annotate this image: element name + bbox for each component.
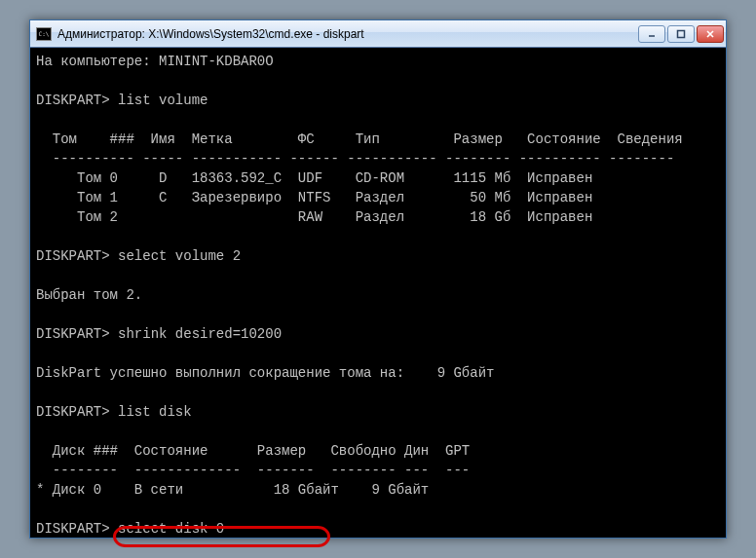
output-line: DiskPart успешно выполнил сокращение том…: [36, 365, 494, 381]
command: shrink desired=10200: [118, 326, 282, 342]
prompt: DISKPART>: [36, 521, 110, 537]
prompt: DISKPART>: [36, 93, 110, 108]
command: select disk 0: [118, 521, 224, 537]
table-row: Том 1 C Зарезервиро NTFS Раздел 50 Мб Ис…: [36, 190, 592, 205]
table-row: Том 2 RAW Раздел 18 Gб Исправен: [36, 209, 592, 225]
cmd-window: Администратор: X:\Windows\System32\cmd.e…: [29, 19, 727, 539]
command: list volume: [118, 93, 208, 108]
command: select volume 2: [118, 248, 241, 264]
close-button[interactable]: [697, 25, 724, 43]
minimize-button[interactable]: [638, 25, 665, 43]
table-row: * Диск 0 В сети 18 Gбайт 9 Gбайт: [36, 482, 429, 498]
prompt: DISKPART>: [36, 326, 110, 342]
command: list disk: [118, 404, 192, 420]
table-divider: -------- ------------- ------- -------- …: [36, 463, 470, 478]
window-title: Администратор: X:\Windows\System32\cmd.e…: [57, 27, 638, 41]
titlebar[interactable]: Администратор: X:\Windows\System32\cmd.e…: [30, 20, 726, 48]
cmd-icon: [36, 27, 52, 41]
prompt: DISKPART>: [36, 248, 110, 264]
table-divider: ---------- ----- ----------- ------ ----…: [36, 151, 674, 167]
table-header: Диск ### Состояние Размер Свободно Дин G…: [36, 443, 470, 459]
svg-rect-1: [678, 30, 685, 37]
table-header: Том ### Имя Метка ФС Тип Размер Состояни…: [36, 131, 683, 147]
window-controls: [638, 25, 724, 43]
table-row: Том 0 D 18363.592_C UDF CD-ROM 1115 Мб И…: [36, 170, 592, 186]
prompt: DISKPART>: [36, 404, 110, 420]
terminal-output[interactable]: На компьютере: MININT-KDBAR0O DISKPART> …: [30, 48, 726, 538]
output-line: Выбран том 2.: [36, 287, 142, 303]
output-line: На компьютере: MININT-KDBAR0O: [36, 54, 274, 69]
maximize-button[interactable]: [667, 25, 695, 43]
